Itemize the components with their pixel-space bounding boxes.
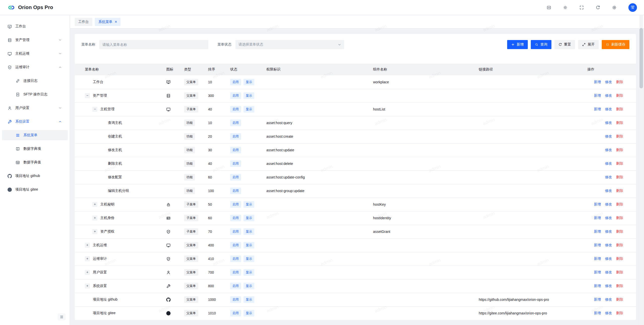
expand-row-button[interactable]: +	[85, 243, 90, 248]
collapse-row-button[interactable]: −	[85, 93, 90, 98]
status-tag: 显示	[244, 283, 254, 289]
expand-row-button[interactable]: +	[85, 256, 90, 261]
row-delete-link[interactable]: 删除	[616, 80, 623, 84]
sidebar-item-dict-values[interactable]: 数据字典值	[0, 157, 70, 167]
row-edit-link[interactable]: 修改	[605, 284, 612, 288]
settings-button[interactable]	[612, 5, 617, 10]
sidebar-item-sftp-log[interactable]: SFTP 操作日志	[0, 89, 70, 99]
row-edit-link[interactable]: 修改	[605, 175, 612, 179]
sidebar-item-system-settings[interactable]: 系统设置	[0, 117, 70, 127]
row-edit-link[interactable]: 修改	[605, 311, 612, 315]
row-edit-link[interactable]: 修改	[605, 297, 612, 301]
expand-row-button[interactable]: +	[92, 215, 97, 221]
row-add-link[interactable]: 新增	[594, 80, 601, 84]
type-tag: 子菜单	[184, 201, 198, 208]
row-delete-link[interactable]: 删除	[616, 93, 623, 97]
row-edit-link[interactable]: 修改	[605, 216, 612, 220]
row-edit-link[interactable]: 修改	[605, 107, 612, 111]
add-button[interactable]: 新增	[507, 40, 528, 49]
row-edit-link[interactable]: 修改	[605, 257, 612, 261]
row-add-link[interactable]: 新增	[594, 243, 601, 247]
row-edit-link[interactable]: 修改	[605, 134, 612, 138]
expand-row-button[interactable]: +	[92, 229, 97, 234]
sidebar-item-gitee[interactable]: 项目地址 gitee	[0, 185, 70, 195]
row-delete-link[interactable]: 删除	[616, 284, 623, 288]
row-edit-link[interactable]: 修改	[605, 148, 612, 152]
sidebar-item-host-ops[interactable]: 主机运维	[0, 49, 70, 59]
row-delete-link[interactable]: 删除	[616, 121, 623, 125]
row-add-link[interactable]: 新增	[594, 257, 601, 261]
row-edit-link[interactable]: 修改	[605, 202, 612, 206]
sidebar-item-user-settings[interactable]: 用户设置	[0, 103, 70, 113]
avatar[interactable]: 管	[628, 3, 637, 12]
sidebar-collapse-button[interactable]	[58, 313, 66, 320]
cell-sort: 400	[204, 238, 226, 252]
row-delete-link[interactable]: 删除	[616, 297, 623, 301]
refresh-button[interactable]	[596, 5, 600, 10]
row-delete-link[interactable]: 删除	[616, 216, 623, 220]
row-add-link[interactable]: 新增	[594, 284, 601, 288]
row-add-link[interactable]: 新增	[594, 270, 601, 274]
tab-工作台[interactable]: 工作台	[75, 18, 92, 26]
refresh-cache-button[interactable]: 刷新缓存	[602, 40, 629, 49]
sidebar-item-workplace[interactable]: 工作台	[0, 21, 70, 31]
row-edit-link[interactable]: 修改	[605, 93, 612, 97]
row-delete-link[interactable]: 删除	[616, 202, 623, 206]
expand-row-button[interactable]: +	[92, 202, 97, 207]
expand-button[interactable]: 展开	[578, 40, 599, 49]
row-add-link[interactable]: 新增	[594, 93, 601, 97]
fullscreen-button[interactable]	[579, 5, 584, 10]
row-add-link[interactable]: 新增	[594, 216, 601, 220]
row-edit-link[interactable]: 修改	[605, 270, 612, 274]
row-delete-link[interactable]: 删除	[616, 311, 623, 315]
row-delete-link[interactable]: 删除	[616, 189, 623, 193]
status-tags: 启用显示	[230, 242, 262, 248]
search-button[interactable]: 查询	[531, 40, 551, 49]
menu-status-select[interactable]: 请选择菜单状态	[235, 40, 344, 49]
collapse-row-button[interactable]: −	[92, 107, 97, 112]
row-add-link[interactable]: 新增	[594, 107, 601, 111]
theme-button[interactable]	[563, 5, 568, 10]
cell-component: hostKey	[369, 198, 475, 211]
row-delete-link[interactable]: 删除	[616, 257, 623, 261]
file-icon	[16, 92, 20, 97]
sidebar-item-connect-log[interactable]: 连接日志	[0, 76, 70, 86]
expand-row-button[interactable]: +	[85, 270, 90, 275]
reset-button[interactable]: 重置	[554, 40, 575, 49]
expand-row-button[interactable]: +	[85, 283, 90, 288]
row-add-link[interactable]: 新增	[594, 311, 601, 315]
code-settings-button[interactable]	[547, 5, 551, 10]
row-delete-link[interactable]: 删除	[616, 107, 623, 111]
close-icon[interactable]: ×	[115, 20, 117, 24]
sidebar-item-system-menu[interactable]: 系统菜单	[2, 130, 68, 140]
row-delete-link[interactable]: 删除	[616, 134, 623, 138]
row-add-link[interactable]: 新增	[594, 229, 601, 233]
row-edit-link[interactable]: 修改	[605, 229, 612, 233]
row-edit-link[interactable]: 修改	[605, 243, 612, 247]
scrollbar-thumb[interactable]	[639, 28, 643, 88]
row-delete-link[interactable]: 删除	[616, 161, 623, 165]
row-delete-link[interactable]: 删除	[616, 243, 623, 247]
cell-icon	[162, 252, 180, 266]
row-delete-link[interactable]: 删除	[616, 229, 623, 233]
sidebar-item-dict-keys[interactable]: 数据字典项	[0, 144, 70, 154]
row-delete-link[interactable]: 删除	[616, 148, 623, 152]
sidebar-item-audit[interactable]: 运维审计	[0, 62, 70, 72]
sidebar-item-github[interactable]: 项目地址 github	[0, 171, 70, 181]
sidebar-item-asset[interactable]: 资产管理	[0, 35, 70, 45]
menu-name-input[interactable]	[99, 40, 208, 49]
row-delete-link[interactable]: 删除	[616, 270, 623, 274]
scrollbar-track[interactable]	[639, 15, 643, 325]
cell-type: 子菜单	[180, 102, 204, 116]
row-delete-link[interactable]: 删除	[616, 175, 623, 179]
cell-sort: 60	[204, 211, 226, 225]
tab-系统菜单[interactable]: 系统菜单×	[95, 18, 120, 26]
row-edit-link[interactable]: 修改	[605, 80, 612, 84]
row-add-link[interactable]: 新增	[594, 297, 601, 301]
cell-icon	[162, 143, 180, 157]
row-edit-link[interactable]: 修改	[605, 161, 612, 165]
user-icon	[166, 270, 171, 275]
row-edit-link[interactable]: 修改	[605, 189, 612, 193]
row-edit-link[interactable]: 修改	[605, 121, 612, 125]
row-add-link[interactable]: 新增	[594, 202, 601, 206]
